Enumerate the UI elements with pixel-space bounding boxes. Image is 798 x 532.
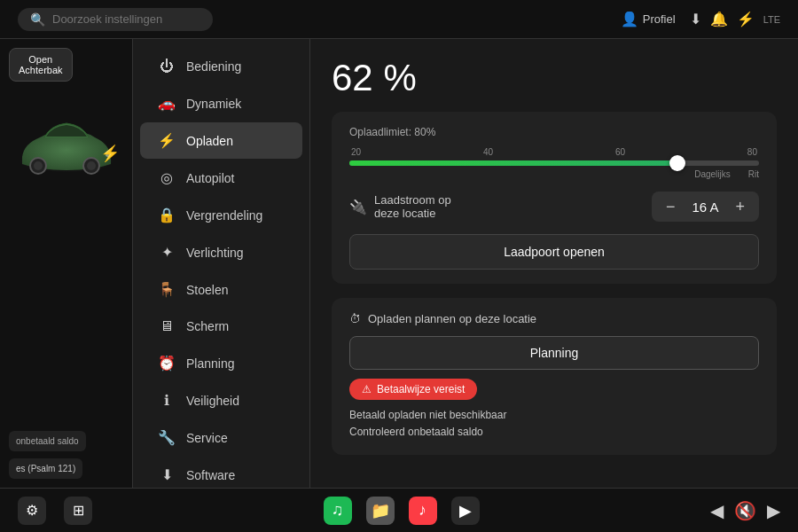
sidebar-icon-veiligheid: ℹ <box>158 392 176 409</box>
charge-slider-track[interactable] <box>349 160 759 166</box>
download-icon[interactable]: ⬇ <box>690 11 701 27</box>
slider-labels: 20 40 60 80 <box>349 147 759 157</box>
grid-icon[interactable]: ⊞ <box>64 497 92 525</box>
top-bar: 🔍 👤 Profiel ⬇ 🔔 ⚡ LTE <box>0 0 798 39</box>
top-icons-group: ⬇ 🔔 ⚡ LTE <box>690 11 780 27</box>
open-trunk-button[interactable]: Open Achterbak <box>9 48 73 82</box>
hamburger-icon: ⚙ <box>26 502 38 519</box>
profile-button[interactable]: 👤 Profiel <box>621 11 676 27</box>
sidebar-item-bediening[interactable]: ⏻ Bediening <box>140 49 302 84</box>
sidebar-item-veiligheid[interactable]: ℹ Veiligheid <box>140 382 302 419</box>
planning-button[interactable]: Planning <box>349 336 759 370</box>
sidebar: ⏻ Bediening 🚗 Dynamiek ⚡ Opladen ◎ Autop… <box>133 39 310 488</box>
sidebar-item-scherm[interactable]: 🖥 Scherm <box>140 309 302 344</box>
sidebar-item-dynamiek[interactable]: 🚗 Dynamiek <box>140 85 302 121</box>
sidebar-label-bediening: Bediening <box>186 59 241 74</box>
charge-percentage: 62 % <box>332 57 777 99</box>
schedule-section: ⏱ Opladen plannen op deze locatie Planni… <box>332 298 777 455</box>
current-value: 16 A <box>687 200 723 215</box>
taskbar-right: ◀ 🔇 ▶ <box>710 500 780 521</box>
profile-icon: 👤 <box>621 11 638 27</box>
sidebar-label-scherm: Scherm <box>186 319 229 333</box>
sidebar-item-opladen[interactable]: ⚡ Opladen <box>140 122 302 159</box>
main-content: 62 % Oplaadlimiet: 80% 20 40 60 80 Dagel… <box>310 39 798 488</box>
charge-slider-fill <box>349 160 677 166</box>
sidebar-icon-planning: ⏰ <box>158 355 176 372</box>
saldo-text: onbetaald saldo <box>16 436 79 446</box>
sidebar-label-vergrendeling: Vergrendeling <box>186 208 262 223</box>
sidebar-icon-opladen: ⚡ <box>158 132 176 149</box>
search-bar[interactable]: 🔍 <box>18 8 213 31</box>
open-chargeport-button[interactable]: Laadpoort openen <box>349 234 759 270</box>
sidebar-icon-service: 🔧 <box>158 429 176 446</box>
charge-slider-thumb[interactable] <box>669 155 685 171</box>
sidebar-label-autopilot: Autopilot <box>186 171 234 185</box>
lte-icon: LTE <box>763 14 780 25</box>
search-input[interactable] <box>52 12 200 26</box>
files-icon: 📁 <box>371 501 390 520</box>
volume-button[interactable]: 🔇 <box>734 500 756 521</box>
sidebar-icon-verlichting: ✦ <box>158 244 176 261</box>
taskbar: ⚙ ⊞ ♫ 📁 ♪ ▶ ◀ 🔇 ▶ <box>0 488 798 532</box>
warning-icon: ⚠ <box>362 383 372 395</box>
sidebar-item-service[interactable]: 🔧 Service <box>140 419 302 456</box>
spotify-icon: ♫ <box>332 501 344 520</box>
schedule-title-text: Opladen plannen op deze locatie <box>368 312 536 325</box>
car-panel: Open Achterbak <box>0 39 133 488</box>
error-line-1: Betaald opladen niet beschikbaar <box>349 407 759 424</box>
menu-icon[interactable]: ⚙ <box>18 497 46 525</box>
sidebar-icon-stoelen: 🪑 <box>158 281 176 298</box>
grid-symbol: ⊞ <box>73 502 84 519</box>
current-location-text: Laadstroom opdeze locatie <box>374 193 451 220</box>
next-track-button[interactable]: ▶ <box>767 500 780 521</box>
sidebar-item-verlichting[interactable]: ✦ Verlichting <box>140 234 302 270</box>
decrease-current-button[interactable]: − <box>666 199 676 215</box>
sidebar-item-autopilot[interactable]: ◎ Autopilot <box>140 160 302 196</box>
schedule-title: ⏱ Opladen plannen op deze locatie <box>349 312 759 325</box>
taskbar-left: ⚙ ⊞ <box>18 497 92 525</box>
bluetooth-icon[interactable]: ⚡ <box>737 11 755 27</box>
sidebar-label-stoelen: Stoelen <box>186 283 228 297</box>
saldo-info: onbetaald saldo <box>9 431 86 451</box>
plug-icon: 🔌 <box>349 199 367 215</box>
search-icon: 🔍 <box>30 12 45 27</box>
increase-current-button[interactable]: + <box>735 199 745 215</box>
slider-sublabels: Dagelijks Rit <box>349 169 759 179</box>
files-button[interactable]: 📁 <box>366 497 395 525</box>
sidebar-item-planning[interactable]: ⏰ Planning <box>140 345 302 381</box>
sidebar-label-dynamiek: Dynamiek <box>186 97 241 111</box>
sidebar-icon-dynamiek: 🚗 <box>158 95 176 112</box>
charging-lightning-icon: ⚡ <box>100 144 120 163</box>
current-location-label: 🔌 Laadstroom opdeze locatie <box>349 193 451 220</box>
svg-point-4 <box>87 161 96 170</box>
sidebar-label-service: Service <box>186 431 228 445</box>
current-control: − 16 A + <box>652 192 759 222</box>
clock-icon: ⏱ <box>349 312 361 325</box>
bell-icon[interactable]: 🔔 <box>710 11 728 27</box>
media-icon: ▶ <box>459 501 472 520</box>
error-details: Betaald opladen niet beschikbaar Control… <box>349 407 759 441</box>
music-note-icon: ♪ <box>419 501 426 520</box>
top-right-icons: 👤 Profiel ⬇ 🔔 ⚡ LTE <box>621 11 780 27</box>
main-layout: Open Achterbak <box>0 39 798 488</box>
sidebar-item-stoelen[interactable]: 🪑 Stoelen <box>140 271 302 308</box>
media-button[interactable]: ▶ <box>451 497 480 525</box>
current-row: 🔌 Laadstroom opdeze locatie − 16 A + <box>349 192 759 222</box>
sidebar-item-software[interactable]: ⬇ Software <box>140 457 302 488</box>
error-line-2: Controleerd onbetaald saldo <box>349 424 759 441</box>
sidebar-icon-scherm: 🖥 <box>158 318 176 334</box>
car-image: ⚡ <box>9 90 124 206</box>
svg-point-2 <box>34 161 43 170</box>
charge-limit-label: Oplaadlimiet: 80% <box>349 126 759 138</box>
sidebar-label-veiligheid: Veiligheid <box>186 394 239 408</box>
sidebar-label-verlichting: Verlichting <box>186 246 244 260</box>
spotify-button[interactable]: ♫ <box>324 497 352 525</box>
music-button[interactable]: ♪ <box>409 497 437 525</box>
sidebar-icon-bediening: ⏻ <box>158 59 176 74</box>
trip-label: Rit <box>748 169 759 179</box>
sidebar-icon-autopilot: ◎ <box>158 169 176 186</box>
profile-label: Profiel <box>643 12 676 26</box>
sidebar-item-vergrendeling[interactable]: 🔒 Vergrendeling <box>140 197 302 233</box>
daily-label: Dagelijks <box>694 169 731 179</box>
prev-track-button[interactable]: ◀ <box>710 500 724 521</box>
